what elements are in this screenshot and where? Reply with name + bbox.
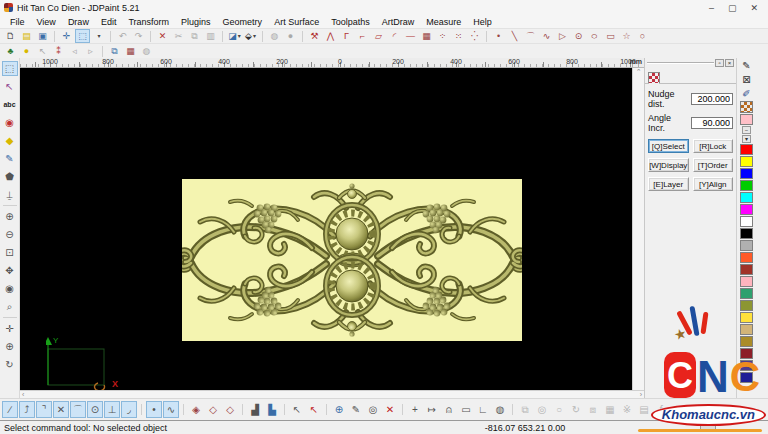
box-icon[interactable]: ▭	[458, 401, 474, 418]
stamp-icon[interactable]: ▤	[636, 401, 652, 418]
line-tool-icon[interactable]: —	[403, 29, 418, 43]
palette-color[interactable]	[740, 240, 753, 251]
circle-o-icon[interactable]: ○	[551, 401, 567, 418]
brush-icon[interactable]: ✐	[740, 87, 754, 100]
stamp-a-icon[interactable]: ▟	[247, 401, 263, 418]
open-icon[interactable]: ▤	[19, 29, 34, 43]
palette-color[interactable]	[740, 372, 753, 383]
palette-color[interactable]	[740, 300, 753, 311]
snap-circle-icon[interactable]: ⊙	[87, 401, 103, 418]
next-icon[interactable]: ▹	[83, 44, 98, 58]
transform-rotate-icon[interactable]: ⊕	[331, 401, 347, 418]
polygon-icon[interactable]: ▷	[555, 29, 570, 43]
snap-corner-icon[interactable]: ⌝	[36, 401, 52, 418]
palette-color[interactable]	[740, 312, 753, 323]
pencil-icon[interactable]: ✎	[740, 59, 754, 72]
paste-icon[interactable]: ▥	[203, 29, 218, 43]
maximize-button[interactable]: ▢	[728, 3, 737, 13]
snap-quadrant-icon[interactable]: ⤴	[19, 401, 35, 418]
render-flat-icon[interactable]: ●	[283, 29, 298, 43]
zoom-window-icon[interactable]: ⊡	[2, 245, 18, 260]
relief-object-icon[interactable]: ⬟	[2, 169, 18, 184]
point-tool-icon[interactable]: •	[491, 29, 506, 43]
menu-file[interactable]: File	[4, 17, 31, 27]
pattern-swatch[interactable]	[740, 101, 753, 113]
gear-icon[interactable]: ⚙	[687, 401, 703, 418]
menu-transform[interactable]: Transform	[122, 17, 175, 27]
save-icon[interactable]: ▣	[35, 29, 50, 43]
snap-point-icon[interactable]: •	[146, 401, 162, 418]
light-bulb-icon[interactable]: ●	[19, 44, 34, 58]
refresh-icon[interactable]: ↻	[2, 357, 18, 372]
edit-pen-icon[interactable]: ✎	[348, 401, 364, 418]
fill-shape-icon[interactable]: ◆	[2, 133, 18, 148]
snap-node-icon[interactable]: ∿	[163, 401, 179, 418]
move-icon[interactable]: ✛	[2, 321, 18, 336]
node-pair-icon[interactable]: ⁑	[51, 44, 66, 58]
minimize-button[interactable]: –	[709, 3, 714, 13]
menu-edit[interactable]: Edit	[95, 17, 123, 27]
extend-icon[interactable]: ↦	[424, 401, 440, 418]
material-tree-icon[interactable]: ♣	[3, 44, 18, 58]
view-3d-icon[interactable]: ⬙▾	[243, 29, 258, 43]
trim-icon[interactable]: ⚒	[307, 29, 322, 43]
select-button[interactable]: [Q]Select	[648, 139, 689, 153]
snap-diamond-solid-icon[interactable]: ◈	[188, 401, 204, 418]
palette-color[interactable]	[740, 348, 753, 359]
vertical-scrollbar[interactable]: ⌃	[632, 68, 644, 390]
order-button[interactable]: [T]Order	[693, 158, 734, 172]
rotate-copy-icon[interactable]: ↻	[568, 401, 584, 418]
plus-icon[interactable]: +	[407, 401, 423, 418]
fill-color-icon[interactable]: ◪▾	[227, 29, 242, 43]
prev-icon[interactable]: ◃	[67, 44, 82, 58]
rectangle-icon[interactable]: ▭	[603, 29, 618, 43]
palette-color[interactable]	[740, 324, 753, 335]
zoom-prev-icon[interactable]: ⌕	[2, 299, 18, 314]
spline-icon[interactable]: ∿	[539, 29, 554, 43]
node-b-icon[interactable]: ⁙	[451, 29, 466, 43]
burst-icon[interactable]: ※	[619, 401, 635, 418]
picture-icon[interactable]: ▣	[704, 401, 720, 418]
menu-artdraw[interactable]: ArtDraw	[376, 17, 421, 27]
palette-color[interactable]	[740, 192, 753, 203]
group-icon[interactable]: ⧉	[517, 401, 533, 418]
precise-cross-icon[interactable]: ✛	[59, 29, 74, 43]
clipboard-icon[interactable]: ⧉	[107, 44, 122, 58]
palette-up-icon[interactable]: −	[742, 126, 751, 134]
ring-icon[interactable]: ◎	[534, 401, 550, 418]
horizontal-scrollbar[interactable]: ‹ ›	[20, 390, 644, 398]
nudge-dist-field[interactable]	[691, 93, 733, 105]
snap-diamond-icon[interactable]: ◇	[205, 401, 221, 418]
panel-close-icon[interactable]: ×	[725, 59, 734, 67]
delete-icon[interactable]: ✕	[155, 29, 170, 43]
stamp-b-icon[interactable]: ▙	[264, 401, 280, 418]
corner-trim-icon[interactable]: Γ	[339, 29, 354, 43]
param-table-icon[interactable]: ▦	[123, 44, 138, 58]
palette-color[interactable]	[740, 180, 753, 191]
menu-art-surface[interactable]: Art Surface	[268, 17, 325, 27]
snap-perpendicular-icon[interactable]: ⊥	[104, 401, 120, 418]
design-canvas[interactable]: Y X	[20, 68, 632, 390]
menu-geometry[interactable]: Geometry	[217, 17, 269, 27]
palette-color[interactable]	[740, 264, 753, 275]
ellipse-icon[interactable]: ○	[584, 29, 604, 43]
view-eye-icon[interactable]: ◉	[2, 281, 18, 296]
chamfer-icon[interactable]: ⌐	[355, 29, 370, 43]
palette-color[interactable]	[740, 360, 753, 371]
zoom-center-icon[interactable]: ⊕	[2, 339, 18, 354]
pick-add-icon[interactable]: ↖	[289, 401, 305, 418]
undo-icon[interactable]: ↶	[115, 29, 130, 43]
menu-help[interactable]: Help	[467, 17, 498, 27]
offset-rect-icon[interactable]: ▱	[371, 29, 386, 43]
lock-button[interactable]: [R]Lock	[693, 139, 734, 153]
zoom-in-icon[interactable]: ⊕	[2, 209, 18, 224]
lamp-icon[interactable]: ◍	[139, 44, 154, 58]
select-marquee-icon[interactable]: ⬚	[75, 29, 90, 43]
donut-icon[interactable]: ◉	[2, 115, 18, 130]
display-button[interactable]: [W]Display	[648, 158, 689, 172]
select-tab-icon[interactable]	[648, 72, 660, 84]
lamp-2-icon[interactable]: ◍	[492, 401, 508, 418]
tool-bit-icon[interactable]: ⍊	[2, 187, 18, 202]
pan-icon[interactable]: ✥	[2, 263, 18, 278]
palette-color[interactable]	[740, 276, 753, 287]
